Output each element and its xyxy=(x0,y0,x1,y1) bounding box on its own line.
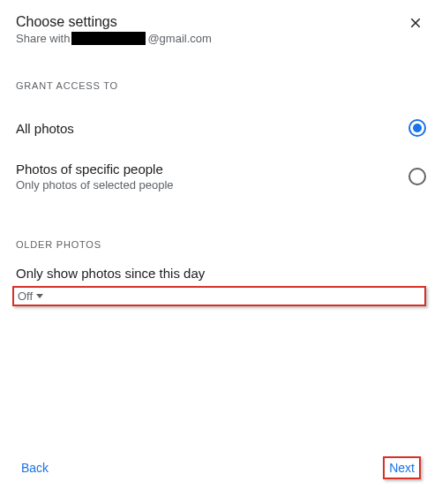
next-button-highlight: Next xyxy=(383,456,421,479)
radio-unselected-icon xyxy=(408,168,426,185)
close-icon[interactable] xyxy=(405,12,426,34)
option-all-photos-title: All photos xyxy=(16,121,408,136)
date-dropdown-highlight: Off xyxy=(12,286,426,306)
next-button[interactable]: Next xyxy=(389,461,415,475)
option-specific-title: Photos of specific people xyxy=(16,162,408,177)
radio-selected-icon xyxy=(408,119,426,137)
redacted-email-user xyxy=(71,32,146,45)
option-all-photos[interactable]: All photos xyxy=(16,107,426,149)
date-dropdown[interactable]: Off xyxy=(18,290,419,303)
older-photos-label: OLDER PHOTOS xyxy=(16,239,426,250)
dialog-footer: Back Next xyxy=(16,449,426,490)
share-with-prefix: Share with xyxy=(16,32,70,45)
back-button[interactable]: Back xyxy=(21,461,49,475)
dialog-title: Choose settings xyxy=(16,14,405,30)
share-with-domain: @gmail.com xyxy=(147,32,211,45)
option-specific-sub: Only photos of selected people xyxy=(16,178,408,192)
date-filter-label: Only show photos since this day xyxy=(16,266,426,281)
date-dropdown-value: Off xyxy=(18,290,33,303)
dialog-header: Choose settings Share with @gmail.com xyxy=(16,14,426,45)
chevron-down-icon xyxy=(36,294,43,298)
option-specific-people[interactable]: Photos of specific people Only photos of… xyxy=(16,149,426,204)
grant-access-label: GRANT ACCESS TO xyxy=(16,80,426,91)
dialog-subtitle: Share with @gmail.com xyxy=(16,32,405,45)
